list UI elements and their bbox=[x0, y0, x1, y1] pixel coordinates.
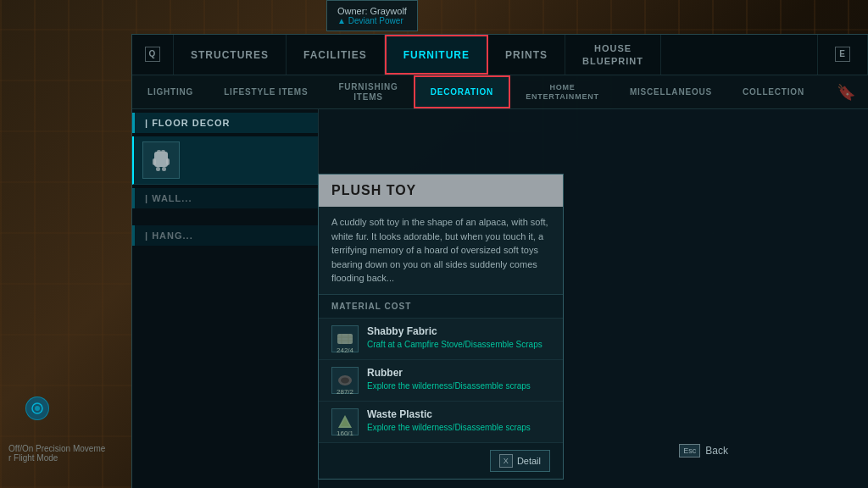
shabby-fabric-qty: 242/4 bbox=[331, 347, 359, 354]
shabby-fabric-source: Craft at a Campfire Stove/Disassemble Sc… bbox=[367, 339, 550, 350]
tooltip-description: A cuddly soft toy in the shape of an alp… bbox=[319, 207, 563, 295]
owner-label: Owner: Graywolf bbox=[337, 6, 407, 16]
item-list: | FLOOR DECOR | WALL... bbox=[132, 109, 319, 488]
section-floor-decor: | FLOOR DECOR bbox=[132, 113, 318, 133]
tab-furniture[interactable]: FURNITURE bbox=[385, 35, 488, 75]
tooltip-title: PLUSH TOY bbox=[319, 175, 563, 207]
detail-footer: X Detail bbox=[319, 443, 563, 479]
subtab-collection[interactable]: COLLECTION bbox=[727, 75, 820, 108]
collection-bookmark-icon: 🔖 bbox=[837, 83, 868, 102]
tab-blueprint-label: HOUSEBLUEPRINT bbox=[582, 42, 643, 67]
owner-tooltip: Owner: Graywolf ▲ Deviant Power bbox=[326, 0, 418, 31]
shabby-fabric-name: Shabby Fabric bbox=[367, 325, 550, 337]
section-hanging: | HANG... bbox=[132, 225, 318, 246]
esc-back: Esc Back bbox=[679, 444, 728, 458]
svg-rect-0 bbox=[154, 152, 168, 167]
svg-rect-4 bbox=[166, 158, 170, 165]
owner-sub: ▲ Deviant Power bbox=[337, 16, 407, 25]
svg-rect-1 bbox=[157, 150, 161, 154]
rubber-source: Explore the wilderness/Disassemble scrap… bbox=[367, 380, 550, 391]
svg-point-13 bbox=[341, 377, 349, 383]
key-e-badge: E bbox=[835, 47, 850, 62]
subtab-furnishing[interactable]: FURNISHINGITEMS bbox=[323, 75, 413, 108]
item-plush-toy[interactable] bbox=[132, 136, 318, 185]
tooltip-card: PLUSH TOY A cuddly soft toy in the shape… bbox=[318, 174, 564, 480]
bottom-line2: r Flight Mode bbox=[8, 453, 105, 463]
subtab-home-entertainment[interactable]: HOMEENTERTAINMENT bbox=[510, 75, 615, 108]
back-label: Back bbox=[705, 445, 728, 457]
svg-point-17 bbox=[35, 406, 40, 411]
sub-tabs: LIGHTING LIFESTYLE ITEMS FURNISHINGITEMS… bbox=[132, 75, 868, 109]
plush-toy-icon bbox=[142, 141, 180, 179]
material-cost-header: MATERIAL COST bbox=[319, 295, 563, 319]
detail-button[interactable]: X Detail bbox=[490, 450, 550, 472]
subtab-lifestyle[interactable]: LIFESTYLE ITEMS bbox=[209, 75, 323, 108]
key-q-badge: Q bbox=[145, 47, 160, 62]
svg-rect-5 bbox=[156, 167, 160, 171]
section-wall-decor: | WALL... bbox=[132, 188, 318, 208]
player-ability-icon bbox=[25, 396, 49, 420]
category-tabs: Q STRUCTURES FACILITIES FURNITURE PRINTS… bbox=[132, 35, 868, 75]
esc-key[interactable]: Esc bbox=[679, 444, 700, 458]
tab-facilities[interactable]: FACILITIES bbox=[287, 35, 385, 75]
rubber-name: Rubber bbox=[367, 367, 550, 379]
material-item-waste-plastic: 160/1 Waste Plastic Explore the wilderne… bbox=[319, 402, 563, 443]
detail-label: Detail bbox=[517, 456, 541, 466]
tab-key-left: Q bbox=[132, 35, 174, 75]
svg-rect-7 bbox=[337, 334, 353, 344]
material-item-shabby-fabric: 242/4 Shabby Fabric Craft at a Campfire … bbox=[319, 319, 563, 360]
tab-prints[interactable]: PRINTS bbox=[488, 35, 565, 75]
tab-blueprint[interactable]: HOUSEBLUEPRINT bbox=[565, 35, 661, 75]
subtab-miscellaneous[interactable]: MISCELLANEOUS bbox=[615, 75, 727, 108]
waste-plastic-qty: 160/1 bbox=[331, 430, 359, 437]
svg-rect-2 bbox=[161, 150, 165, 154]
subtab-decoration[interactable]: DECORATION bbox=[414, 75, 510, 108]
svg-rect-3 bbox=[153, 158, 156, 165]
tab-structures[interactable]: STRUCTURES bbox=[174, 35, 287, 75]
detail-key: X bbox=[499, 454, 513, 468]
bottom-line1: Off/On Precision Moveme bbox=[8, 444, 105, 453]
bottom-left-info: Off/On Precision Moveme r Flight Mode bbox=[8, 444, 105, 463]
subtab-lighting[interactable]: LIGHTING bbox=[132, 75, 209, 108]
svg-rect-6 bbox=[162, 167, 166, 171]
waste-plastic-source: Explore the wilderness/Disassemble scrap… bbox=[367, 422, 550, 433]
waste-plastic-name: Waste Plastic bbox=[367, 408, 550, 420]
material-item-rubber: 287/2 Rubber Explore the wilderness/Disa… bbox=[319, 360, 563, 402]
tab-key-right: E bbox=[817, 35, 868, 75]
rubber-qty: 287/2 bbox=[331, 388, 359, 396]
